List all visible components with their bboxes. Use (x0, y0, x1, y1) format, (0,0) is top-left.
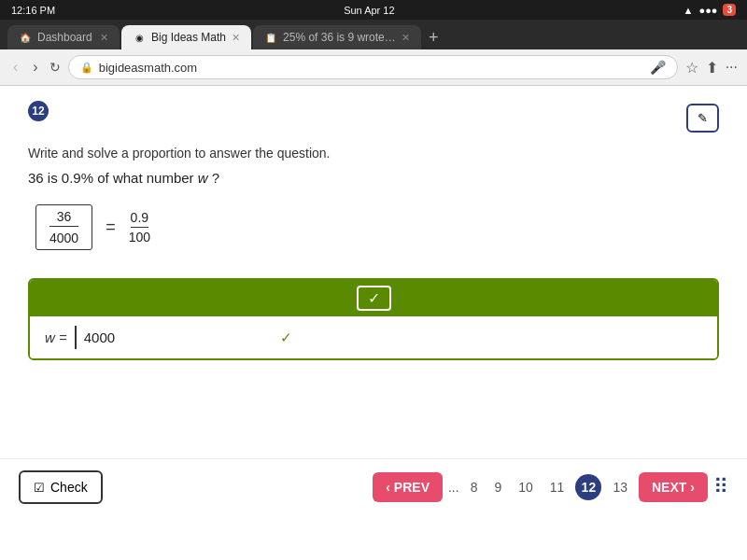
proportion-display: 36 4000 = 0.9 100 (35, 204, 719, 250)
tab-dashboard[interactable]: 🏠 Dashboard ✕ (7, 25, 120, 49)
prev-button[interactable]: ‹ PREV (373, 472, 443, 502)
page-12-active[interactable]: 12 (575, 474, 601, 500)
page-13[interactable]: 13 (607, 476, 633, 498)
browser-toolbar: ‹ › ↻ 🔒 bigideasmath.com 🎤 ☆ ⬆ ··· (0, 49, 747, 86)
page-navigation: ‹ PREV ... 8 9 10 11 12 13 NEXT › ⠿ (373, 472, 728, 502)
tools-icon: ✎ (698, 111, 708, 125)
question-text: 36 is 0.9% of what number w ? (28, 170, 719, 186)
tab-25pct-label: 25% of 36 is 9 wrote as ... (283, 31, 396, 44)
lock-icon: 🔒 (80, 62, 93, 74)
question-instruction: Write and solve a proportion to answer t… (28, 146, 719, 161)
question-punctuation: ? (212, 170, 219, 186)
check-button-label: Check (50, 480, 88, 495)
question-variable: w (198, 170, 212, 186)
tab-25pct[interactable]: 📋 25% of 36 is 9 wrote as ... ✕ (253, 25, 421, 49)
answer-check-bar: ✓ (30, 280, 717, 316)
page-dots: ... (448, 480, 459, 495)
voice-icon[interactable]: 🎤 (650, 60, 666, 75)
tab-dashboard-close[interactable]: ✕ (100, 32, 108, 44)
page-content: 12 ✎ Write and solve a proportion to ans… (0, 86, 747, 515)
bottom-navigation: ☑ Check ‹ PREV ... 8 9 10 11 12 13 NEXT … (0, 458, 747, 515)
bigideas-favicon: ◉ (133, 31, 146, 44)
share-button[interactable]: ⬆ (706, 59, 718, 77)
right-fraction: 0.9 100 (129, 210, 150, 245)
add-tab-button[interactable]: + (423, 28, 444, 48)
next-button[interactable]: NEXT › (639, 472, 708, 502)
tab-bigideas[interactable]: ◉ Big Ideas Math ✕ (121, 25, 251, 49)
forward-button[interactable]: › (29, 57, 41, 77)
status-date: Sun Apr 12 (344, 5, 394, 16)
equals-sign: = (106, 217, 116, 237)
grid-icon[interactable]: ⠿ (713, 475, 728, 499)
answer-input[interactable] (75, 326, 269, 349)
wifi-icon: ▲ (684, 5, 694, 16)
answer-section: ✓ w = ✓ (28, 278, 719, 360)
page-11[interactable]: 11 (544, 476, 571, 498)
browser-tabs: 🏠 Dashboard ✕ ◉ Big Ideas Math ✕ 📋 25% o… (0, 20, 747, 49)
more-button[interactable]: ··· (726, 59, 738, 76)
status-icons: ▲ ●●● 3 (684, 4, 736, 16)
address-bar[interactable]: 🔒 bigideasmath.com 🎤 (68, 55, 678, 79)
status-time: 12:16 PM (11, 5, 55, 16)
check-button-icon: ☑ (34, 481, 45, 495)
tab-dashboard-label: Dashboard (37, 31, 94, 44)
reload-button[interactable]: ↻ (49, 60, 61, 75)
answer-input-row: w = ✓ (30, 316, 717, 358)
prev-label: PREV (394, 480, 430, 495)
left-fraction: 36 4000 (35, 204, 92, 250)
status-bar: 12:16 PM Sun Apr 12 ▲ ●●● 3 (0, 0, 747, 20)
page-9[interactable]: 9 (488, 476, 507, 498)
check-button[interactable]: ☑ Check (19, 470, 103, 504)
address-text: bigideasmath.com (99, 61, 644, 75)
right-denominator: 100 (129, 230, 150, 245)
browser-chrome: 12:16 PM Sun Apr 12 ▲ ●●● 3 🏠 Dashboard … (0, 0, 747, 86)
page-8[interactable]: 8 (465, 476, 484, 498)
page-10[interactable]: 10 (513, 476, 539, 498)
left-numerator: 36 (49, 209, 78, 227)
correct-check-icon: ✓ (280, 329, 292, 346)
prev-arrow-icon: ‹ (386, 480, 390, 495)
tab-25pct-close[interactable]: ✕ (402, 32, 410, 44)
back-button[interactable]: ‹ (9, 57, 21, 77)
variable-label: w = (45, 329, 67, 345)
pct-favicon: 📋 (264, 31, 277, 44)
bookmark-button[interactable]: ☆ (685, 59, 698, 77)
next-arrow-icon: › (690, 480, 695, 495)
tools-button[interactable]: ✎ (686, 104, 719, 133)
q-num-circle: 12 (28, 101, 49, 121)
right-numerator: 0.9 (131, 210, 148, 228)
question-number: 12 (28, 101, 49, 121)
dashboard-favicon: 🏠 (19, 31, 32, 44)
next-label: NEXT (652, 480, 686, 495)
check-mark-icon: ✓ (368, 289, 380, 307)
left-denominator: 4000 (49, 229, 78, 245)
battery-badge: 3 (723, 4, 736, 16)
tab-bigideas-close[interactable]: ✕ (232, 32, 240, 44)
check-circle: ✓ (357, 286, 391, 311)
signal-icon: ●●● (698, 5, 717, 16)
tab-bigideas-label: Big Ideas Math (151, 31, 226, 44)
